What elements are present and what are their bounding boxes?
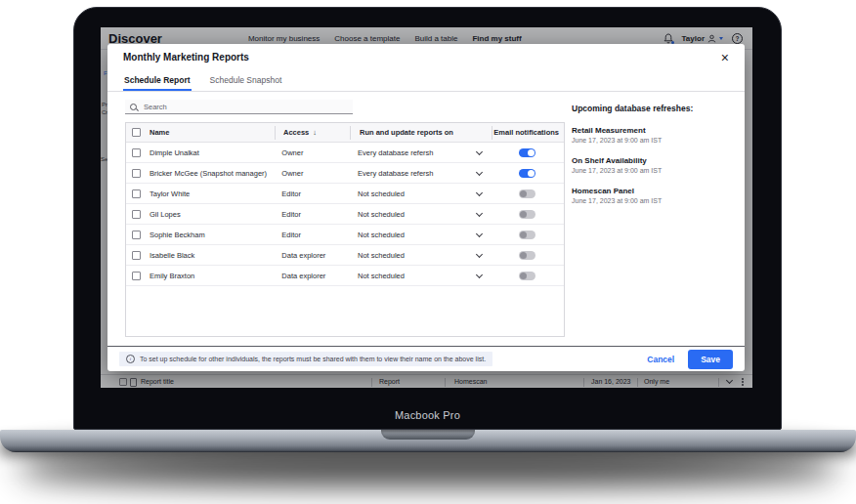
macbook-label: Macbook Pro [73,409,782,421]
chevron-down-icon[interactable] [468,274,490,277]
email-notification-toggle[interactable] [519,231,535,239]
email-notification-toggle[interactable] [519,251,535,260]
column-header-run-on-label[interactable]: Run and update reports on [360,128,453,137]
schedule-select-value[interactable]: Not scheduled [349,210,468,219]
row-checkbox[interactable] [132,210,141,219]
chevron-down-icon[interactable] [468,151,490,154]
refreshes-title: Upcoming database refreshes: [572,104,743,113]
schedule-select-value[interactable]: Not scheduled [349,189,468,198]
row-checkbox[interactable] [132,169,141,178]
modal-body: Name Access ↓ Run and update reports on … [107,92,745,346]
table-row[interactable]: Taylor White Editor Not scheduled [126,184,564,204]
schedule-reports-modal: Monthly Marketing Reports × Schedule Rep… [107,44,745,371]
column-header-email-label[interactable]: Email notifications [493,128,559,137]
app-screen: Discover Monitor my business Choose a te… [101,27,752,388]
row-access: Owner [274,148,349,157]
column-header-access: Access ↓ [275,126,350,140]
email-notification-toggle[interactable] [519,189,535,198]
sort-descending-icon[interactable]: ↓ [313,128,317,137]
refresh-time: June 17, 2023 at 9:00 am IST [572,137,743,144]
column-header-name: Name [126,126,275,140]
chevron-down-icon[interactable] [468,192,490,195]
column-header-access-label[interactable]: Access [283,128,309,137]
row-access: Owner [274,169,349,178]
info-icon: i [126,355,135,363]
row-name: Bricker McGee (Snapshot manager) [150,169,267,178]
refresh-name: Retail Measurement [572,126,743,135]
row-name: Sophie Beckham [150,231,205,239]
info-message: i To set up schedule for other individua… [119,352,492,366]
row-access: Data explorer [274,272,349,280]
refresh-name: On Shelf Availability [572,156,743,165]
search-box[interactable] [125,100,353,114]
cancel-button[interactable]: Cancel [647,355,674,364]
refresh-item: Retail Measurement June 17, 2023 at 9:00… [572,126,743,144]
chevron-down-icon[interactable] [468,254,490,257]
column-header-email: Email notifications [492,126,564,140]
tab-schedule-snapshot[interactable]: Schedule Snapshot [209,70,283,91]
row-name: Dimple Unalkat [150,148,199,157]
info-text: To set up schedule for other individuals… [140,356,486,362]
row-name: Gil Lopes [150,210,181,219]
refresh-item: Homescan Panel June 17, 2023 at 9:00 am … [572,187,743,204]
save-button[interactable]: Save [688,350,733,369]
search-icon [130,104,137,110]
upcoming-refreshes-panel: Upcoming database refreshes: Retail Meas… [572,104,743,204]
close-icon[interactable]: × [721,53,729,63]
table-row[interactable]: Emily Braxton Data explorer Not schedule… [126,266,564,286]
table-header-row: Name Access ↓ Run and update reports on … [126,123,564,143]
refresh-item: On Shelf Availability June 17, 2023 at 9… [572,156,743,174]
select-all-checkbox[interactable] [132,128,141,137]
email-notification-toggle[interactable] [519,272,535,280]
table-row[interactable]: Sophie Beckham Editor Not scheduled [126,225,564,245]
row-name: Emily Braxton [150,272,194,280]
refresh-time: June 17, 2023 at 9:00 am IST [572,197,743,204]
members-table: Name Access ↓ Run and update reports on … [125,122,565,337]
schedule-table-section: Name Access ↓ Run and update reports on … [125,100,565,337]
row-access: Editor [274,189,349,198]
chevron-down-icon[interactable] [468,213,490,216]
macbook-base-notch [381,430,475,440]
row-checkbox[interactable] [132,272,141,280]
modal-header: Monthly Marketing Reports × [107,44,745,70]
row-checkbox[interactable] [132,231,141,239]
row-access: Editor [274,210,349,219]
tab-schedule-report[interactable]: Schedule Report [123,70,192,91]
modal-title: Monthly Marketing Reports [123,52,249,63]
row-name: Isabelle Black [150,251,194,260]
table-row[interactable]: Bricker McGee (Snapshot manager) Owner E… [126,163,564,184]
modal-footer: i To set up schedule for other individua… [107,346,745,371]
schedule-select-value[interactable]: Not scheduled [349,231,468,239]
row-access: Data explorer [274,251,349,260]
chevron-down-icon[interactable] [468,233,490,236]
email-notification-toggle[interactable] [519,210,535,219]
email-notification-toggle[interactable] [519,169,535,178]
schedule-select-value[interactable]: Not scheduled [349,251,468,260]
table-row[interactable]: Dimple Unalkat Owner Every database refe… [126,143,564,163]
table-row[interactable]: Gil Lopes Editor Not scheduled [126,204,564,225]
screenshot-canvas: Discover Monitor my business Choose a te… [0,0,856,504]
column-header-run-on: Run and update reports on [350,126,492,140]
schedule-select-value[interactable]: Every database refersh [349,169,468,178]
schedule-select-value[interactable]: Not scheduled [349,272,468,280]
refresh-time: June 17, 2023 at 9:00 am IST [572,167,743,174]
row-checkbox[interactable] [132,148,141,157]
search-input[interactable] [142,102,348,112]
row-access: Editor [274,231,349,239]
row-checkbox[interactable] [132,189,141,198]
refresh-name: Homescan Panel [572,187,743,195]
email-notification-toggle[interactable] [519,148,535,157]
row-name: Taylor White [150,189,190,198]
row-checkbox[interactable] [132,251,141,260]
modal-tabs: Schedule Report Schedule Snapshot [107,70,745,92]
chevron-down-icon[interactable] [468,172,490,175]
schedule-select-value[interactable]: Every database refersh [349,148,468,157]
table-row[interactable]: Isabelle Black Data explorer Not schedul… [126,245,564,266]
column-header-name-label[interactable]: Name [150,128,169,137]
